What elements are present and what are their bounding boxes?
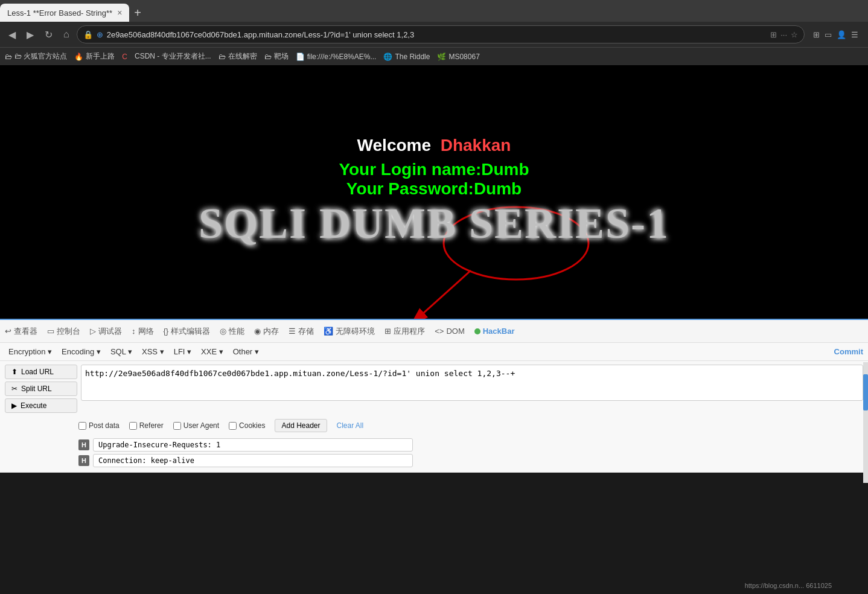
hackbar: Encryption ▾ Encoding ▾ SQL ▾ XSS ▾ LFI … [0, 343, 868, 473]
bookmark-target[interactable]: 🗁 靶场 [264, 51, 289, 62]
header-input-1[interactable] [93, 454, 413, 467]
split-url-icon: ✂ [11, 385, 18, 393]
url-textarea[interactable]: http://2e9ae506ad8f40dfb1067ce0d067bde1.… [81, 365, 863, 401]
devtools-memory[interactable]: ◉ 内存 [254, 326, 279, 337]
menu-other[interactable]: Other ▾ [229, 345, 263, 358]
bookmark-icon: ☆ [791, 30, 798, 39]
nav-bar: ◀ ▶ ↻ ⌂ 🔒 ⊕ 2e9ae506ad8f40dfb1067ce0d067… [0, 22, 868, 47]
devtools-dom[interactable]: <> DOM [435, 327, 465, 336]
hackbar-menu: Encryption ▾ Encoding ▾ SQL ▾ XSS ▾ LFI … [0, 343, 868, 361]
menu-xxe[interactable]: XXE ▾ [197, 345, 227, 358]
scrollbar-thumb[interactable] [863, 374, 868, 410]
menu-xss[interactable]: XSS ▾ [138, 345, 168, 358]
login-name-line: Your Login name:Dumb [199, 160, 669, 179]
security-icon: 🔒 [83, 30, 93, 39]
header-rows: H H [0, 436, 868, 472]
hackbar-tab-item[interactable]: HackBar [474, 327, 515, 336]
clear-all-button[interactable]: Clear All [337, 421, 364, 430]
hackbar-tab-label: HackBar [483, 327, 515, 336]
menu-encryption[interactable]: Encryption ▾ [5, 345, 56, 358]
bookmark-csdn-label[interactable]: CSDN - 专业开发者社... [135, 51, 211, 62]
nav-extra-icons: ⊞ ▭ 👤 ☰ [808, 30, 863, 39]
menu-encoding[interactable]: Encoding ▾ [58, 345, 104, 358]
bookmark-ms08067[interactable]: 🌿 MS08067 [437, 53, 479, 61]
load-url-icon: ⬆ [11, 368, 18, 376]
referer-checkbox-label[interactable]: Referer [129, 421, 164, 430]
more-options-icon[interactable]: ☰ [851, 30, 858, 39]
post-data-checkbox[interactable] [78, 422, 86, 430]
user-agent-checkbox-label[interactable]: User Agent [173, 421, 219, 430]
site-verify-icon: ⊕ [97, 30, 103, 39]
execute-button[interactable]: ▶ Execute [5, 398, 77, 413]
header-h-icon-1: H [78, 455, 89, 466]
referer-checkbox[interactable] [129, 422, 137, 430]
commit-button[interactable]: Commit [834, 347, 863, 356]
welcome-line: Welcome Dhakkan [199, 136, 669, 155]
login-name-text: Your Login name:Dumb [339, 160, 529, 179]
devtools-storage[interactable]: ☰ 存储 [289, 326, 314, 337]
browser-chrome: Less-1 **Error Based- String** × + ◀ ▶ ↻… [0, 0, 868, 65]
devtools-performance[interactable]: ◎ 性能 [220, 326, 244, 337]
devtools-bar: ↩ 查看器 ▭ 控制台 ▷ 调试器 ↕ 网络 {} 样式编辑器 ◎ 性能 ◉ 内… [0, 319, 868, 343]
header-row-0: H [78, 438, 863, 452]
header-h-icon-0: H [78, 439, 89, 450]
devtools-debugger[interactable]: ▷ 调试器 [90, 326, 122, 337]
load-url-button[interactable]: ⬆ Load URL [5, 365, 77, 379]
reader-view-icon[interactable]: ▭ [825, 30, 832, 39]
menu-icon: ··· [780, 30, 787, 39]
tab-title: Less-1 **Error Based- String** [7, 8, 112, 18]
split-url-button[interactable]: ✂ Split URL [5, 382, 77, 396]
bookmark-newuser[interactable]: 🔥 新手上路 [74, 51, 115, 62]
password-line: Your Password:Dumb [199, 179, 669, 199]
password-text: Your Password:Dumb [346, 179, 522, 198]
new-tab-button[interactable]: + [134, 6, 141, 20]
tab-close-button[interactable]: × [117, 8, 122, 18]
hackbar-green-dot [474, 328, 480, 334]
content-center: Welcome Dhakkan Your Login name:Dumb You… [199, 136, 669, 249]
welcome-text: Welcome [357, 136, 431, 155]
back-button[interactable]: ◀ [5, 27, 19, 43]
user-agent-checkbox[interactable] [173, 422, 181, 430]
devtools-inspector[interactable]: ↩ 查看器 [5, 326, 37, 337]
devtools-application[interactable]: ⊞ 应用程序 [385, 326, 425, 337]
bookmark-decode[interactable]: 🗁 在线解密 [219, 51, 257, 62]
bookmarks-bar: 🗁 🗁 火狐官方站点 🔥 新手上路 C CSDN - 专业开发者社... 🗁 在… [0, 47, 868, 65]
main-content: Welcome Dhakkan Your Login name:Dumb You… [0, 65, 868, 319]
bookmark-riddle[interactable]: 🌐 The Riddle [383, 53, 430, 61]
header-row-1: H [78, 454, 863, 467]
devtools-network[interactable]: ↕ 网络 [132, 326, 154, 337]
add-header-button[interactable]: Add Header [275, 419, 327, 432]
header-input-0[interactable] [93, 438, 413, 452]
menu-sql[interactable]: SQL ▾ [107, 345, 136, 358]
cookies-checkbox-label[interactable]: Cookies [229, 421, 265, 430]
menu-lfi[interactable]: LFI ▾ [170, 345, 195, 358]
cookies-checkbox[interactable] [229, 422, 237, 430]
forward-button[interactable]: ▶ [23, 27, 37, 43]
reader-icon: ⊞ [770, 30, 777, 39]
hackbar-left-buttons: ⬆ Load URL ✂ Split URL ▶ Execute [5, 365, 77, 413]
tab-bar: Less-1 **Error Based- String** × + [0, 0, 868, 22]
url-area: http://2e9ae506ad8f40dfb1067ce0d067bde1.… [81, 365, 863, 413]
devtools-style-editor[interactable]: {} 样式编辑器 [164, 326, 211, 337]
home-button[interactable]: ⌂ [60, 27, 73, 42]
execute-icon: ▶ [11, 401, 17, 410]
devtools-accessibility[interactable]: ♿ 无障碍环境 [324, 326, 375, 337]
bookmark-file[interactable]: 📄 file:///e:/%E8%AE%... [296, 53, 377, 61]
sqli-title-text: SQLI DUMB SERIES-1 [199, 199, 669, 248]
refresh-button[interactable]: ↻ [41, 27, 56, 43]
scrollbar[interactable] [863, 362, 868, 473]
address-bar[interactable]: 🔒 ⊕ 2e9ae506ad8f40dfb1067ce0d067bde1.app… [77, 25, 805, 43]
active-tab[interactable]: Less-1 **Error Based- String** × [0, 4, 129, 22]
dhakkan-text: Dhakkan [441, 136, 511, 155]
bookmark-csdn[interactable]: C [122, 53, 127, 61]
collections-icon[interactable]: ⊞ [813, 30, 820, 39]
hackbar-options: Post data Referer User Agent Cookies Add… [0, 417, 868, 436]
devtools-console[interactable]: ▭ 控制台 [47, 326, 80, 337]
sqli-title: SQLI DUMB SERIES-1 [199, 199, 669, 249]
address-text: 2e9ae506ad8f40dfb1067ce0d067bde1.app.mit… [107, 30, 767, 39]
svg-line-1 [410, 270, 471, 319]
hackbar-body: ⬆ Load URL ✂ Split URL ▶ Execute http://… [0, 361, 868, 417]
bookmark-foxsite[interactable]: 🗁 🗁 火狐官方站点 [5, 51, 67, 62]
post-data-checkbox-label[interactable]: Post data [78, 421, 120, 430]
profile-icon[interactable]: 👤 [837, 30, 846, 39]
